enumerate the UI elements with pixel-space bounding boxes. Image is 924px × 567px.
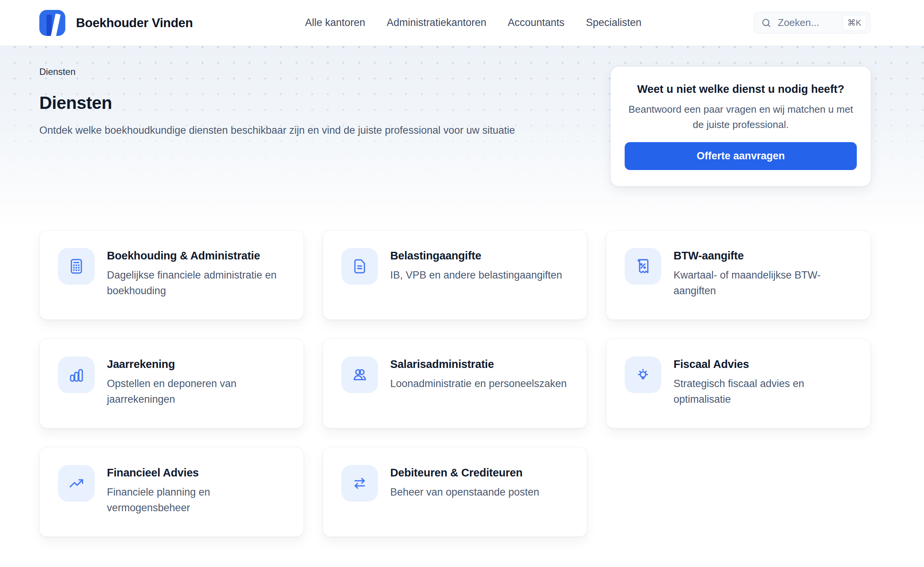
receipt-percent-icon bbox=[625, 248, 661, 285]
service-title: Jaarrekening bbox=[107, 358, 287, 371]
site-header: Boekhouder Vinden Alle kantoren Administ… bbox=[0, 0, 924, 46]
cta-card: Weet u niet welke dienst u nodig heeft? … bbox=[611, 66, 871, 186]
service-text: Jaarrekening Opstellen en deponeren van … bbox=[107, 356, 287, 407]
service-text: Salarisadministratie Loonadministratie e… bbox=[390, 356, 567, 392]
service-description: Opstellen en deponeren van jaarrekeninge… bbox=[107, 376, 287, 407]
service-card-fiscaal-advies[interactable]: Fiscaal Advies Strategisch fiscaal advie… bbox=[606, 339, 871, 428]
document-icon bbox=[341, 248, 378, 285]
bar-chart-icon bbox=[58, 356, 95, 393]
nav-item-accountants[interactable]: Accountants bbox=[508, 17, 565, 29]
service-text: Debiteuren & Crediteuren Beheer van open… bbox=[390, 465, 539, 500]
service-card-financieel-advies[interactable]: Financieel Advies Financiele planning en… bbox=[39, 447, 304, 537]
brand[interactable]: Boekhouder Vinden bbox=[39, 10, 193, 36]
lightbulb-icon bbox=[625, 356, 661, 393]
search-placeholder: Zoeken... bbox=[778, 17, 836, 29]
search-shortcut-badge: ⌘K bbox=[842, 15, 866, 31]
service-text: BTW-aangifte Kwartaal- of maandelijkse B… bbox=[674, 248, 853, 299]
service-description: Beheer van openstaande posten bbox=[390, 484, 539, 500]
search-box[interactable]: Zoeken... ⌘K bbox=[754, 12, 871, 34]
service-title: Salarisadministratie bbox=[390, 358, 567, 371]
nav-item-specialisten[interactable]: Specialisten bbox=[586, 17, 641, 29]
service-card-btw-aangifte[interactable]: BTW-aangifte Kwartaal- of maandelijkse B… bbox=[606, 230, 871, 320]
users-icon bbox=[341, 356, 378, 393]
calculator-icon bbox=[58, 248, 95, 285]
service-description: Strategisch fiscaal advies en optimalisa… bbox=[674, 376, 853, 407]
service-title: Financieel Advies bbox=[107, 467, 287, 479]
service-card-belastingaangifte[interactable]: Belastingaangifte IB, VPB en andere bela… bbox=[323, 230, 587, 320]
hero: Diensten Diensten Ontdek welke boekhoudk… bbox=[0, 46, 924, 229]
brand-name: Boekhouder Vinden bbox=[76, 16, 193, 30]
service-title: Debiteuren & Crediteuren bbox=[390, 467, 539, 479]
service-card-debiteuren-crediteuren[interactable]: Debiteuren & Crediteuren Beheer van open… bbox=[323, 447, 587, 537]
service-title: BTW-aangifte bbox=[674, 249, 853, 262]
service-text: Financieel Advies Financiele planning en… bbox=[107, 465, 287, 516]
service-description: Loonadministratie en personeelszaken bbox=[390, 376, 567, 392]
service-card-jaarrekening[interactable]: Jaarrekening Opstellen en deponeren van … bbox=[39, 339, 304, 428]
nav-item-alle-kantoren[interactable]: Alle kantoren bbox=[305, 17, 365, 29]
search-icon bbox=[761, 18, 772, 28]
service-card-salarisadministratie[interactable]: Salarisadministratie Loonadministratie e… bbox=[323, 339, 587, 428]
cta-title: Weet u niet welke dienst u nodig heeft? bbox=[625, 83, 857, 96]
swap-arrows-icon bbox=[341, 465, 378, 502]
main-nav: Alle kantoren Administratiekantoren Acco… bbox=[305, 17, 641, 29]
service-text: Fiscaal Advies Strategisch fiscaal advie… bbox=[674, 356, 853, 407]
cta-body: Beantwoord een paar vragen en wij matche… bbox=[628, 102, 853, 132]
trending-up-icon bbox=[58, 465, 95, 502]
service-description: Kwartaal- of maandelijkse BTW-aangiften bbox=[674, 267, 853, 299]
service-description: IB, VPB en andere belastingaangiften bbox=[390, 267, 562, 283]
service-text: Boekhouding & Administratie Dagelijkse f… bbox=[107, 248, 287, 299]
service-card-boekhouding-administratie[interactable]: Boekhouding & Administratie Dagelijkse f… bbox=[39, 230, 304, 320]
service-title: Boekhouding & Administratie bbox=[107, 249, 287, 262]
service-title: Belastingaangifte bbox=[390, 249, 562, 262]
book-logo-icon bbox=[39, 10, 65, 36]
service-description: Dagelijkse financiele administratie en b… bbox=[107, 267, 287, 299]
service-description: Financiele planning en vermogensbeheer bbox=[107, 484, 287, 516]
service-title: Fiscaal Advies bbox=[674, 358, 853, 371]
services-grid: Boekhouding & Administratie Dagelijkse f… bbox=[39, 230, 871, 567]
cta-offerte-button[interactable]: Offerte aanvragen bbox=[625, 142, 857, 170]
breadcrumb[interactable]: Diensten bbox=[39, 66, 76, 77]
nav-item-administratiekantoren[interactable]: Administratiekantoren bbox=[387, 17, 486, 29]
service-text: Belastingaangifte IB, VPB en andere bela… bbox=[390, 248, 562, 283]
